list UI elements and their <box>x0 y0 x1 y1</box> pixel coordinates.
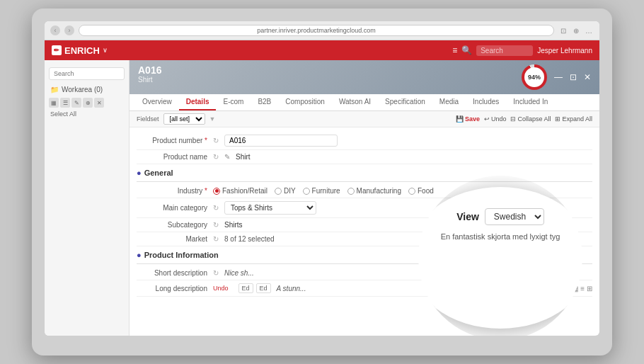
main-category-select[interactable]: Tops & Shirts <box>224 201 316 215</box>
short-desc-label: Short description <box>137 269 207 277</box>
long-desc-edit-buttons: Ed Ed <box>238 283 271 293</box>
tab-includes[interactable]: Includes <box>466 94 506 110</box>
long-desc-undo[interactable]: Undo <box>213 285 229 292</box>
product-score-value: 94% <box>524 67 544 87</box>
sidebar-tool-remove[interactable]: ✕ <box>94 98 104 108</box>
section-dot-icon: ● <box>137 169 142 177</box>
tab-media[interactable]: Media <box>432 94 466 110</box>
product-name-icon: ↻ <box>213 153 219 161</box>
browser-chrome: ‹ › partner.inriver.productmarketingclou… <box>45 21 599 40</box>
product-expand-button[interactable]: ⊡ <box>570 72 577 82</box>
long-desc-value: A stunn... <box>277 285 306 292</box>
sidebar-tool-add[interactable]: ⊕ <box>83 98 93 108</box>
logo-icon: ✏ <box>52 45 62 55</box>
header-search-input[interactable] <box>476 45 533 56</box>
radio-fashion[interactable]: Fashion/Retail <box>213 187 268 195</box>
app-logo[interactable]: ✏ ENRICH ∨ <box>52 45 108 56</box>
radio-diy[interactable]: DIY <box>275 187 296 195</box>
back-button[interactable]: ‹ <box>50 25 60 35</box>
radio-dot-fashion <box>213 188 220 195</box>
sidebar-tool-edit[interactable]: ✎ <box>71 98 81 108</box>
tab-specification[interactable]: Specification <box>378 94 432 110</box>
product-name: Shirt <box>138 76 161 84</box>
product-info-dot-icon: ● <box>137 251 142 259</box>
sidebar-search-input[interactable] <box>49 67 125 80</box>
sidebar-item-workarea[interactable]: 📁 Workarea (0) <box>45 83 129 96</box>
folder-icon: 📁 <box>50 86 59 93</box>
main-category-icon: ↻ <box>213 204 219 212</box>
language-select[interactable]: Swedish English German French Spanish <box>485 208 544 225</box>
tab-included-in[interactable]: Included In <box>506 94 555 110</box>
content-area: A016 Shirt 94% — ⊡ ✕ Overview D <box>130 60 599 336</box>
desc-icon-more[interactable]: ⊞ <box>587 285 592 292</box>
tabs-bar: Overview Details E-com B2B Composition W… <box>130 94 599 111</box>
product-minimize-button[interactable]: — <box>554 72 563 82</box>
sidebar-tool-grid[interactable]: ▦ <box>49 98 59 108</box>
product-info-label: Product Information <box>144 251 219 259</box>
expand-all-button[interactable]: ⊞ Expand All <box>555 115 592 123</box>
more-icon[interactable]: … <box>584 25 594 35</box>
tab-b2b[interactable]: B2B <box>251 94 278 110</box>
share-icon[interactable]: ⊡ <box>558 25 568 35</box>
tab-details[interactable]: Details <box>179 94 217 110</box>
fieldset-arrow: ▼ <box>209 115 216 123</box>
magnifier-inner: View Swedish English German French Spani… <box>422 208 578 241</box>
tab-watson-ai[interactable]: Watson AI <box>332 94 378 110</box>
general-section-header: ● General <box>137 164 592 179</box>
subcategory-icon: ↻ <box>213 221 219 229</box>
tab-composition[interactable]: Composition <box>278 94 332 110</box>
product-number-icon: ↻ <box>213 137 219 144</box>
undo-button[interactable]: ↩ Undo <box>484 115 507 123</box>
radio-food[interactable]: Food <box>408 187 434 195</box>
collapse-all-button[interactable]: ⊟ Collapse All <box>510 115 551 123</box>
radio-furniture[interactable]: Furniture <box>303 187 340 195</box>
edit-pencil-icon: ✎ <box>224 153 230 161</box>
market-label: Market <box>137 235 207 243</box>
product-number-input[interactable] <box>224 135 338 147</box>
sidebar-tool-list[interactable]: ☰ <box>60 98 70 108</box>
logo-text: ENRICH <box>64 45 100 56</box>
view-row: View Swedish English German French Spani… <box>456 208 544 225</box>
magnifier-content-text: En fantastisk skjorta med lyxigt tyg <box>430 232 571 241</box>
product-name-label: Product name <box>137 153 207 161</box>
desc-icon-list[interactable]: ≡ <box>580 285 585 292</box>
radio-dot-manufacturing <box>347 188 355 195</box>
product-title-area: A016 Shirt <box>138 64 161 84</box>
product-header: A016 Shirt 94% — ⊡ ✕ <box>130 60 599 94</box>
laptop-shell: ‹ › partner.inriver.productmarketingclou… <box>32 8 612 356</box>
product-close-button[interactable]: ✕ <box>584 72 591 82</box>
logo-caret: ∨ <box>103 47 108 54</box>
zoom-icon[interactable]: ⊕ <box>571 25 581 35</box>
product-score: 94% <box>522 64 547 90</box>
save-button[interactable]: 💾 Save <box>456 115 480 123</box>
forward-button[interactable]: › <box>64 25 74 35</box>
radio-manufacturing[interactable]: Manufacturing <box>347 187 401 195</box>
workarea-label: Workarea (0) <box>62 86 103 93</box>
fieldset-label: Fieldset <box>137 115 159 123</box>
tab-ecom[interactable]: E-com <box>216 94 251 110</box>
select-all-button[interactable]: Select All <box>45 109 129 119</box>
sidebar: 📁 Workarea (0) ▦ ☰ ✎ ⊕ ✕ Select All <box>45 60 130 336</box>
user-name[interactable]: Jesper Lehrmann <box>537 47 592 55</box>
radio-dot-food <box>408 188 415 195</box>
general-section-label: General <box>144 169 173 177</box>
app-header: ✏ ENRICH ∨ ≡ 🔍 Jesper Lehrmann <box>45 40 599 60</box>
radio-dot-furniture <box>303 188 310 195</box>
tab-overview[interactable]: Overview <box>135 94 179 110</box>
product-number-label: Product number * <box>137 137 207 144</box>
form-row-product-number: Product number * ↻ <box>137 132 592 150</box>
main-layout: 📁 Workarea (0) ▦ ☰ ✎ ⊕ ✕ Select All A016 <box>45 60 599 336</box>
edit-btn-1[interactable]: Ed <box>238 283 253 293</box>
url-bar[interactable]: partner.inriver.productmarketingcloud.co… <box>79 25 554 36</box>
form-row-product-name: Product name ↻ ✎ Shirt <box>137 150 592 164</box>
fieldset-toolbar: Fieldset [all set] ▼ 💾 Save ↩ Undo ⊟ Col… <box>130 111 599 127</box>
market-value: 8 of 12 selected <box>224 235 275 243</box>
sidebar-toolbar: ▦ ☰ ✎ ⊕ ✕ <box>45 96 129 109</box>
market-icon: ↻ <box>213 235 219 243</box>
search-icon[interactable]: 🔍 <box>461 45 472 55</box>
subcategory-label: Subcategory <box>137 221 207 229</box>
menu-icon[interactable]: ≡ <box>452 45 457 55</box>
industry-radio-group: Fashion/Retail DIY Furniture <box>213 187 434 195</box>
fieldset-select[interactable]: [all set] <box>163 113 205 125</box>
edit-btn-2[interactable]: Ed <box>256 283 271 293</box>
